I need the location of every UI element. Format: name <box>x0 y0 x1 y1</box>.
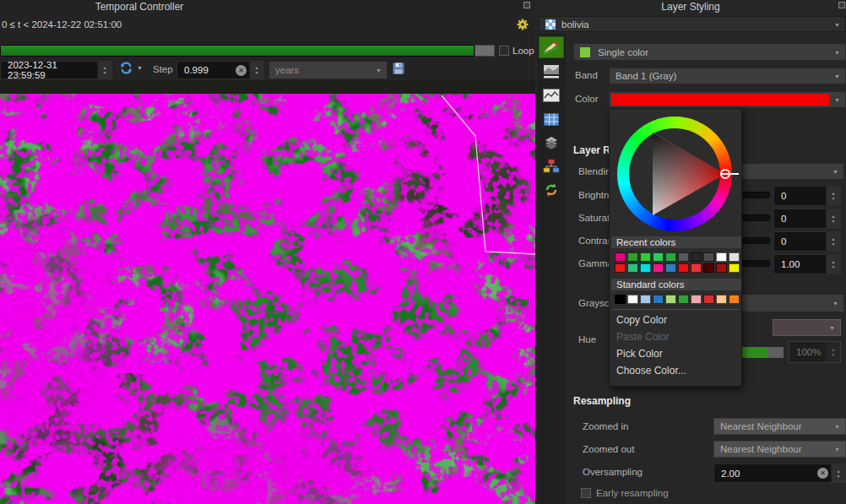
color-menu-item[interactable]: Pick Color <box>610 345 743 362</box>
tab-pyramids[interactable] <box>539 132 564 154</box>
tab-histogram[interactable] <box>539 84 564 106</box>
clear-step-icon[interactable]: ✕ <box>236 65 247 76</box>
saturation-value-triangle[interactable] <box>610 109 743 244</box>
color-picker-popup: Recent colors Standard colors Copy Color… <box>609 108 742 387</box>
color-swatch[interactable] <box>691 295 702 304</box>
strength-slider-fill <box>742 347 767 358</box>
color-swatch[interactable] <box>729 252 740 262</box>
color-swatch[interactable] <box>653 263 664 273</box>
color-swatch[interactable] <box>653 252 664 262</box>
color-swatch[interactable] <box>627 252 638 262</box>
color-swatch[interactable] <box>678 252 689 262</box>
refresh-dropdown-caret[interactable]: ▼ <box>137 65 143 71</box>
menu-separator <box>613 309 740 310</box>
brightness-spinner[interactable]: ▲▼ <box>826 187 840 205</box>
brightness-input[interactable]: 0 ▲▼ <box>773 186 841 206</box>
color-swatch[interactable] <box>729 295 740 304</box>
color-swatch[interactable] <box>653 295 664 304</box>
color-swatch[interactable] <box>640 252 651 262</box>
datetime-spinner[interactable]: ▲▼ <box>97 62 111 79</box>
map-canvas[interactable] <box>0 80 535 504</box>
saturation-input[interactable]: 0 ▲▼ <box>773 209 841 229</box>
recent-colors-header: Recent colors <box>611 236 741 248</box>
saturation-spinner[interactable]: ▲▼ <box>826 209 840 228</box>
color-swatch[interactable] <box>716 252 727 262</box>
color-swatch[interactable] <box>615 263 626 273</box>
tab-legend[interactable] <box>539 155 564 177</box>
save-icon[interactable] <box>392 62 405 77</box>
color-swatch[interactable] <box>615 252 626 262</box>
color-swatch[interactable] <box>703 252 714 262</box>
zoomed-out-label: Zoomed out <box>583 444 634 454</box>
color-swatch[interactable] <box>691 252 702 262</box>
color-swatch[interactable] <box>716 263 727 273</box>
color-button[interactable]: ▼ <box>609 91 846 108</box>
color-swatch[interactable] <box>716 295 727 304</box>
single-color-swatch-icon <box>580 47 590 57</box>
table-icon <box>544 113 559 126</box>
contrast-value: 0 <box>774 232 826 251</box>
dock-panel-icon[interactable] <box>523 2 530 8</box>
strength-input[interactable]: 100% ▲▼ <box>789 341 841 363</box>
contrast-input[interactable]: 0 ▲▼ <box>773 231 841 252</box>
contrast-spinner[interactable]: ▲▼ <box>826 232 840 251</box>
org-chart-icon <box>543 159 560 174</box>
zoomed-out-select[interactable]: Nearest Neighbour ▼ <box>713 441 846 458</box>
color-menu-item[interactable]: Copy Color <box>610 312 743 328</box>
gamma-spinner[interactable]: ▲▼ <box>826 255 840 274</box>
strength-slider[interactable] <box>742 347 784 358</box>
temporal-slider[interactable] <box>0 45 495 57</box>
color-swatch[interactable] <box>678 295 689 304</box>
color-swatch[interactable] <box>627 295 638 304</box>
resampling-header: Resampling <box>573 395 631 407</box>
colorize-color-select[interactable]: ▼ <box>773 319 841 336</box>
color-swatch[interactable] <box>640 295 651 304</box>
color-swatch[interactable] <box>615 295 626 304</box>
gamma-input[interactable]: 1.00 ▲▼ <box>773 254 841 274</box>
step-unit-select[interactable]: years ▼ <box>268 61 388 79</box>
color-swatch[interactable] <box>665 252 676 262</box>
color-swatch[interactable] <box>627 263 638 273</box>
band-select[interactable]: Band 1 (Gray) ▼ <box>609 68 846 84</box>
renderer-select[interactable]: Single color ▼ <box>573 43 846 61</box>
step-input[interactable]: 0.999 ✕ ▲▼ <box>176 61 264 79</box>
color-swatch[interactable] <box>640 263 651 273</box>
tab-transparency[interactable] <box>539 61 564 83</box>
color-swatch[interactable] <box>691 263 702 273</box>
color-swatch[interactable] <box>703 263 714 273</box>
zoomed-in-value: Nearest Neighbour <box>720 421 802 431</box>
color-swatch[interactable] <box>678 263 689 273</box>
tab-history[interactable] <box>539 179 564 201</box>
step-unit-value: years <box>275 65 299 75</box>
dock-panel-icon[interactable] <box>838 2 845 8</box>
oversampling-spinner[interactable]: ▲▼ <box>831 464 845 482</box>
renderer-value: Single color <box>598 47 648 57</box>
styling-tab-strip <box>537 34 566 504</box>
strength-spinner[interactable]: ▲▼ <box>826 342 840 362</box>
loop-checkbox[interactable] <box>499 46 509 56</box>
color-swatch[interactable] <box>665 295 676 304</box>
tab-symbology[interactable] <box>539 36 564 58</box>
step-spinner[interactable]: ▲▼ <box>249 62 263 79</box>
color-swatch[interactable] <box>729 263 740 273</box>
clear-oversampling-icon[interactable]: ✕ <box>817 468 828 479</box>
zoomed-in-select[interactable]: Nearest Neighbour ▼ <box>713 418 846 435</box>
temporal-settings-gear-icon[interactable] <box>516 18 529 33</box>
color-swatch[interactable] <box>665 263 676 273</box>
early-resampling-checkbox[interactable] <box>581 488 591 498</box>
layer-selector[interactable]: bolivia ▼ <box>539 16 846 32</box>
temporal-slider-handle[interactable] <box>475 45 495 57</box>
hue-label: Hue <box>578 334 596 344</box>
color-label: Color <box>575 94 598 104</box>
color-menu-item[interactable]: Choose Color... <box>610 362 743 379</box>
layer-selector-value: bolivia <box>561 19 589 30</box>
color-swatch[interactable] <box>703 295 714 304</box>
refresh-frame-icon[interactable] <box>119 61 133 77</box>
color-menu: Copy Color Paste Color Pick Color Choose… <box>610 312 743 379</box>
datetime-field[interactable]: 2023-12-31 23:59:59 ▲▼ <box>0 61 112 79</box>
tab-attribute-table[interactable] <box>539 108 564 130</box>
temporal-range-text: 0 ≤ t < 2024-12-22 02:51:00 <box>2 19 122 30</box>
color-menu-item[interactable]: Paste Color <box>610 328 743 345</box>
oversampling-label: Oversampling <box>583 467 643 477</box>
oversampling-input[interactable]: 2.00 ✕ ▲▼ <box>713 463 846 483</box>
